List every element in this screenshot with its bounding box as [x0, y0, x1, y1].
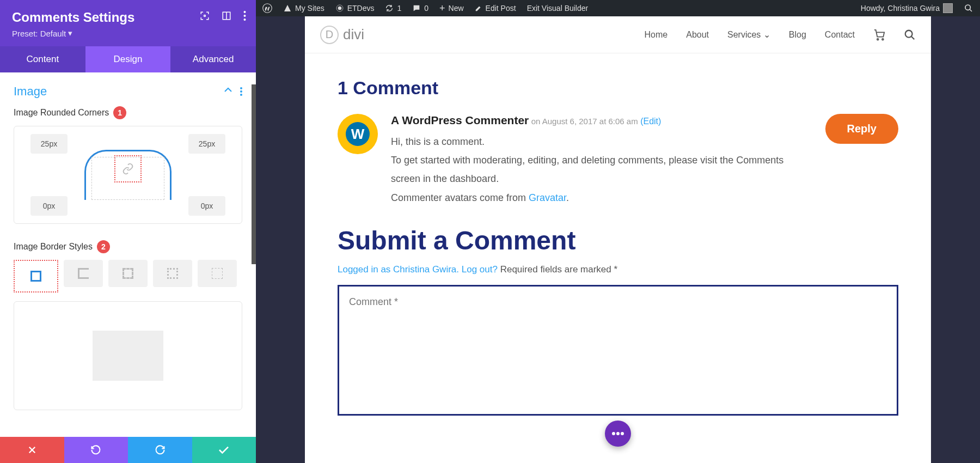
svg-line-19 [911, 36, 915, 39]
preset-dropdown[interactable]: Preset: Default ▾ [12, 28, 72, 38]
svg-point-7 [240, 90, 242, 93]
comments-link[interactable]: 0 [412, 4, 428, 13]
comment-author: A WordPress Commenter [391, 114, 529, 126]
cart-icon[interactable] [873, 29, 885, 41]
border-preview [14, 301, 242, 410]
undo-button[interactable] [64, 437, 128, 463]
corner-tl-input[interactable]: 25px [30, 134, 68, 154]
kebab-icon[interactable] [243, 11, 246, 21]
submit-heading: Submit a Comment [338, 226, 898, 255]
builder-fab-button[interactable] [605, 421, 631, 447]
section-title: Image [14, 84, 47, 99]
my-sites-link[interactable]: My Sites [283, 4, 324, 13]
reply-button[interactable]: Reply [825, 114, 898, 144]
link-corners-icon[interactable] [114, 155, 142, 182]
svg-point-8 [240, 94, 242, 96]
corner-bl-input[interactable]: 0px [30, 196, 68, 216]
cancel-button[interactable] [0, 437, 64, 463]
site-logo[interactable]: Ddivi [320, 26, 364, 44]
border-style-picker [14, 260, 242, 293]
svg-point-21 [616, 432, 620, 435]
comment-avatar: W [338, 114, 378, 154]
nav-services[interactable]: Services ⌄ [727, 29, 770, 40]
settings-footer [0, 437, 256, 463]
svg-point-16 [877, 38, 879, 40]
logout-link[interactable]: Log out? [462, 264, 498, 275]
admin-search-icon[interactable] [964, 3, 973, 13]
tab-design[interactable]: Design [85, 46, 171, 72]
comments-heading: 1 Comment [338, 77, 898, 99]
nav-search-icon[interactable] [904, 29, 916, 41]
comment-edit-link[interactable]: (Edit) [640, 117, 661, 126]
tab-advanced[interactable]: Advanced [170, 46, 256, 72]
nav-about[interactable]: About [686, 30, 709, 40]
updates-link[interactable]: 1 [385, 4, 401, 13]
svg-point-0 [204, 15, 206, 17]
site-link[interactable]: ETDevs [335, 4, 375, 13]
logged-in-link[interactable]: Logged in as Christina Gwira. [338, 264, 459, 275]
comment-date: on August 6, 2017 at 6:06 am [531, 117, 638, 126]
redo-button[interactable] [128, 437, 192, 463]
svg-point-17 [882, 38, 884, 40]
comment-item: W A WordPress Commenter on August 6, 201… [338, 114, 898, 207]
nav-blog[interactable]: Blog [789, 30, 806, 40]
corner-tr-input[interactable]: 25px [188, 134, 225, 154]
comment-textarea[interactable] [338, 285, 898, 416]
border-style-right[interactable] [153, 260, 192, 287]
svg-point-4 [244, 15, 246, 17]
svg-point-18 [905, 30, 912, 37]
svg-point-6 [240, 87, 242, 89]
border-styles-label: Image Border Styles 2 [14, 240, 242, 253]
rounded-corners-label: Image Rounded Corners 1 [14, 106, 242, 119]
annotation-badge-2: 2 [97, 240, 110, 253]
svg-point-3 [244, 11, 246, 13]
nav-home[interactable]: Home [645, 30, 668, 40]
svg-point-12 [338, 7, 341, 10]
new-link[interactable]: +New [439, 3, 464, 14]
border-style-left[interactable] [64, 260, 103, 287]
svg-point-20 [612, 432, 615, 435]
svg-point-14 [965, 5, 970, 10]
howdy-link[interactable]: Howdy, Christina Gwira [861, 3, 953, 13]
corner-br-input[interactable]: 0px [188, 196, 225, 216]
section-kebab-icon[interactable] [240, 87, 242, 96]
avatar-icon [943, 3, 953, 13]
edit-post-link[interactable]: Edit Post [475, 4, 516, 13]
layout-icon[interactable] [222, 11, 231, 21]
focus-icon[interactable] [200, 11, 210, 21]
save-button[interactable] [192, 437, 256, 463]
svg-point-5 [244, 19, 246, 21]
chevron-down-icon: ⌄ [763, 30, 770, 39]
border-style-all[interactable] [16, 263, 56, 290]
settings-tabs: Content Design Advanced [0, 46, 256, 72]
svg-line-15 [970, 9, 972, 11]
site-header: Ddivi Home About Services ⌄ Blog Contact [305, 16, 931, 53]
annotation-badge-1: 1 [113, 106, 126, 119]
preset-label: Preset: Default [12, 29, 66, 38]
tab-content[interactable]: Content [0, 46, 85, 72]
rounded-corners-control[interactable]: 25px 25px 0px 0px [14, 126, 242, 224]
nav-contact[interactable]: Contact [825, 30, 855, 40]
scrollbar[interactable] [252, 84, 256, 264]
wp-logo-icon[interactable] [262, 3, 272, 13]
border-style-bottom[interactable] [198, 260, 237, 287]
settings-header: Comments Settings Preset: Default ▾ [0, 0, 256, 46]
comment-body: Hi, this is a comment. To get started wi… [391, 132, 812, 207]
border-style-top[interactable] [108, 260, 148, 287]
caret-down-icon: ▾ [68, 28, 72, 38]
exit-builder-link[interactable]: Exit Visual Builder [527, 4, 589, 13]
svg-point-22 [621, 432, 624, 435]
gravatar-link[interactable]: Gravatar [529, 192, 566, 203]
wp-admin-bar: My Sites ETDevs 1 0 +New Edit Post Exit … [256, 0, 980, 16]
form-meta: Logged in as Christina Gwira. Log out? R… [338, 264, 898, 275]
collapse-icon[interactable] [224, 87, 232, 96]
